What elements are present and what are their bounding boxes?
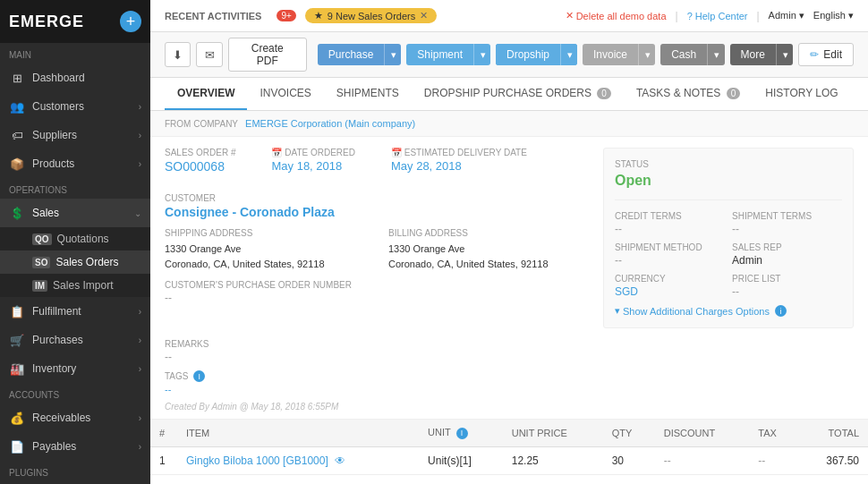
sidebar-item-sales[interactable]: 💲 Sales ⌄ [0, 199, 150, 227]
sales-order-field: SALES ORDER # SO000068 [165, 148, 235, 174]
shipment-method-value: -- [615, 254, 725, 267]
edit-button[interactable]: ✏ Edit [798, 43, 854, 66]
status-section: STATUS Open [615, 159, 842, 200]
chevron-right-icon: › [139, 442, 141, 452]
shipment-main[interactable]: Shipment [406, 44, 473, 65]
shipment-button[interactable]: Shipment ▾ [406, 44, 490, 65]
shipment-dropdown[interactable]: ▾ [473, 44, 490, 65]
cash-main[interactable]: Cash [660, 44, 707, 65]
sidebar-item-purchases[interactable]: 🛒 Purchases › [0, 326, 150, 354]
create-pdf-button[interactable]: Create PDF [228, 38, 307, 72]
chevron-down-icon: ⌄ [134, 208, 141, 218]
close-icon[interactable]: ✕ [420, 10, 428, 21]
sales-notification-badge[interactable]: ★ 9 New Sales Orders ✕ [305, 8, 437, 23]
eye-icon[interactable]: 👁 [335, 454, 345, 467]
credit-terms-field: CREDIT TERMS -- [615, 211, 725, 235]
purchase-main[interactable]: Purchase [318, 44, 385, 65]
currency-field: CURRENCY SGD [615, 274, 725, 298]
invoice-main[interactable]: Invoice [583, 44, 638, 65]
from-company-bar: FROM COMPANY EMERGE Corporation (Main co… [150, 111, 868, 137]
sidebar-item-dashboard[interactable]: ⊞ Dashboard [0, 64, 150, 92]
inventory-icon: 🏭 [9, 361, 25, 377]
tabs: OVERVIEW INVOICES SHIPMENTS DROPSHIP PUR… [150, 78, 868, 111]
language-menu[interactable]: English ▾ [813, 10, 854, 21]
sidebar-item-fulfillment[interactable]: 📋 Fulfillment › [0, 297, 150, 326]
item-link[interactable]: Gingko Biloba 1000 [GB1000] [186, 454, 328, 467]
remarks-section: REMARKS -- [150, 339, 868, 370]
sidebar-item-sales-import[interactable]: IM Sales Import [0, 274, 150, 297]
tab-shipments[interactable]: SHIPMENTS [324, 78, 412, 110]
chevron-right-icon: › [139, 413, 141, 423]
sales-icon: 💲 [9, 205, 25, 221]
order-header-row: SALES ORDER # SO000068 📅 DATE ORDERED Ma… [165, 148, 585, 183]
right-grid: CREDIT TERMS -- SHIPMENT TERMS -- SHIPME… [615, 211, 842, 298]
sales-rep-value: Admin [732, 254, 842, 267]
purchase-dropdown[interactable]: ▾ [384, 44, 401, 65]
sidebar-item-inventory[interactable]: 🏭 Inventory › [0, 354, 150, 383]
tab-tasks[interactable]: TASKS & NOTES 0 [624, 78, 753, 110]
sidebar-item-customers[interactable]: 👥 Customers › [0, 92, 150, 121]
tab-invoices[interactable]: INVOICES [247, 78, 323, 110]
x-icon: ✕ [566, 10, 574, 21]
help-center-button[interactable]: ? Help Center [687, 11, 748, 21]
credit-terms-label: CREDIT TERMS [615, 211, 725, 221]
col-num: # [150, 420, 177, 447]
section-label-operations: Operations [0, 178, 150, 199]
admin-menu[interactable]: Admin ▾ [769, 10, 804, 21]
company-link[interactable]: EMERGE Corporation (Main company) [245, 118, 415, 129]
date-ordered-field: 📅 DATE ORDERED May 18, 2018 [271, 148, 355, 174]
sidebar-item-payables[interactable]: 📄 Payables › [0, 432, 150, 461]
item-description: Antioxidants to help protects against fr… [150, 474, 868, 484]
receivables-icon: 💰 [9, 410, 25, 426]
download-button[interactable]: ⬇ [165, 42, 191, 67]
dropship-main[interactable]: Dropship [496, 44, 560, 65]
row-discount: -- [655, 446, 750, 474]
payables-icon: 📄 [9, 438, 25, 454]
add-button[interactable]: + [120, 11, 141, 32]
row-qty: 30 [603, 446, 655, 474]
price-list-field: PRICE LIST -- [732, 274, 842, 298]
purchase-button[interactable]: Purchase ▾ [318, 44, 402, 65]
sidebar-item-sales-orders[interactable]: SO Sales Orders [0, 250, 150, 274]
cash-dropdown[interactable]: ▾ [707, 44, 724, 65]
shipment-method-label: SHIPMENT METHOD [615, 242, 725, 252]
sidebar-item-receivables[interactable]: 💰 Receivables › [0, 403, 150, 432]
shipping-address-label: SHIPPING ADDRESS [165, 228, 362, 238]
row-tax: -- [749, 446, 798, 474]
dashboard-icon: ⊞ [9, 70, 25, 86]
customer-value[interactable]: Consignee - Coronado Plaza [165, 205, 585, 219]
tab-history[interactable]: HISTORY LOG [753, 78, 850, 110]
billing-address-col: BILLING ADDRESS 1330 Orange Ave Coronado… [388, 228, 585, 271]
col-total: TOTAL [799, 420, 868, 447]
sales-subitems: QO Quotations SO Sales Orders IM Sales I… [0, 227, 150, 297]
show-charges-button[interactable]: ▾ Show Additional Charges Options i [615, 305, 842, 317]
cash-button[interactable]: Cash ▾ [660, 44, 724, 65]
po-number-field: CUSTOMER'S PURCHASE ORDER NUMBER -- [165, 280, 585, 304]
table-header-row: # ITEM UNIT i UNIT PRICE QTY DISCOUNT TA… [150, 420, 868, 447]
tab-dropship[interactable]: DROPSHIP PURCHASE ORDERS 0 [412, 78, 624, 110]
status-label: STATUS [615, 159, 842, 169]
delete-demo-button[interactable]: ✕ Delete all demo data [566, 10, 667, 21]
invoice-dropdown[interactable]: ▾ [638, 44, 655, 65]
more-button[interactable]: More ▾ [730, 44, 794, 65]
dropship-dropdown[interactable]: ▾ [560, 44, 577, 65]
invoice-button[interactable]: Invoice ▾ [583, 44, 655, 65]
tags-value: -- [165, 384, 854, 395]
more-dropdown[interactable]: ▾ [776, 44, 793, 65]
topbar: RECENT ACTIVITIES 9+ ★ 9 New Sales Order… [150, 0, 868, 32]
sales-rep-field: SALES REP Admin [732, 242, 842, 267]
tab-overview[interactable]: OVERVIEW [165, 78, 247, 110]
row-item: Gingko Biloba 1000 [GB1000] 👁 [177, 446, 419, 474]
more-main[interactable]: More [730, 44, 776, 65]
currency-value: SGD [615, 285, 725, 298]
star-icon: ★ [314, 10, 323, 21]
email-button[interactable]: ✉ [196, 42, 222, 67]
shipping-address-col: SHIPPING ADDRESS 1330 Orange Ave Coronad… [165, 228, 362, 271]
sales-order-number[interactable]: SO000068 [165, 159, 235, 174]
sidebar-item-products[interactable]: 📦 Products › [0, 149, 150, 178]
right-panel: STATUS Open CREDIT TERMS -- SHIPMENT TER… [603, 148, 854, 328]
sidebar-item-quotations[interactable]: QO Quotations [0, 227, 150, 250]
dropship-button[interactable]: Dropship ▾ [496, 44, 577, 65]
sidebar-item-suppliers[interactable]: 🏷 Suppliers › [0, 121, 150, 149]
shipping-line2: Coronado, CA, United States, 92118 [165, 257, 362, 272]
